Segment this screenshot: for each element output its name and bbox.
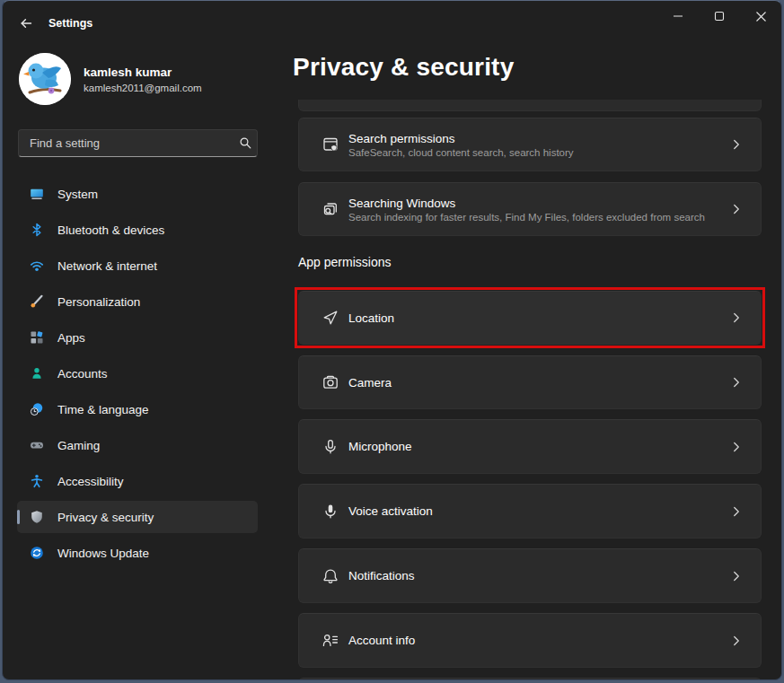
- card-title: Searching Windows: [348, 197, 728, 210]
- sidebar-item-accounts[interactable]: Accounts: [17, 357, 258, 390]
- search-permissions-icon: [322, 136, 339, 153]
- partial-card-below[interactable]: [298, 678, 762, 680]
- bluetooth-icon: [30, 223, 44, 237]
- card-microphone[interactable]: Microphone: [298, 419, 762, 474]
- close-icon: [755, 11, 767, 22]
- card-title: Notifications: [348, 569, 728, 582]
- sidebar-item-label: Bluetooth & devices: [57, 223, 164, 237]
- card-title: Account info: [348, 634, 728, 647]
- chevron-right-icon: [728, 374, 744, 390]
- person-icon: [30, 366, 44, 381]
- sidebar-item-bluetooth[interactable]: Bluetooth & devices: [17, 214, 258, 246]
- sidebar-item-label: Windows Update: [57, 547, 149, 560]
- card-title: Camera: [348, 376, 728, 390]
- chevron-right-icon: [728, 568, 744, 584]
- sidebar-item-accessibility[interactable]: Accessibility: [17, 465, 258, 497]
- card-text: Searching Windows Search indexing for fa…: [348, 197, 728, 223]
- card-text: Location: [348, 311, 728, 325]
- card-title: Microphone: [348, 440, 728, 453]
- card-account-info[interactable]: Account info: [298, 613, 762, 668]
- sidebar-item-privacy-security[interactable]: Privacy & security: [17, 501, 258, 533]
- camera-icon: [322, 373, 339, 391]
- sidebar-item-gaming[interactable]: Gaming: [17, 429, 258, 461]
- card-title: Location: [348, 311, 728, 325]
- paintbrush-icon: [30, 294, 44, 309]
- card-subtitle: SafeSearch, cloud content search, search…: [348, 147, 728, 158]
- accessibility-person-icon: [30, 474, 44, 488]
- account-info-icon: [322, 632, 339, 650]
- sidebar-item-label: Apps: [57, 331, 85, 345]
- sidebar-item-system[interactable]: System: [17, 178, 258, 210]
- close-button[interactable]: [740, 1, 781, 31]
- gamepad-icon: [30, 438, 44, 452]
- location-arrow-icon: [322, 309, 339, 327]
- sidebar-item-label: Privacy & security: [57, 511, 154, 524]
- sidebar-item-label: Accounts: [57, 367, 108, 381]
- partial-card-above[interactable]: [298, 100, 762, 111]
- settings-window: Settings: [2, 0, 782, 680]
- chevron-right-icon: [728, 633, 744, 649]
- chevron-right-icon: [728, 310, 744, 326]
- clock-globe-icon: [30, 402, 44, 416]
- sidebar-item-label: Gaming: [57, 439, 100, 452]
- microphone-icon: [322, 438, 339, 456]
- sidebar-item-apps[interactable]: Apps: [17, 321, 258, 354]
- section-label-app-permissions: App permissions: [298, 255, 392, 269]
- sidebar-item-label: Time & language: [57, 403, 149, 416]
- wifi-icon: [30, 258, 44, 273]
- card-camera[interactable]: Camera: [298, 355, 762, 409]
- sidebar-item-label: Network & internet: [57, 259, 157, 273]
- sidebar-item-windows-update[interactable]: Windows Update: [17, 537, 258, 569]
- card-text: Voice activation: [348, 504, 728, 518]
- voice-activation-icon: [322, 503, 339, 521]
- system-icon: [30, 187, 44, 201]
- maximize-button[interactable]: [699, 1, 740, 31]
- searching-windows-icon: [322, 200, 339, 218]
- card-text: Notifications: [348, 569, 728, 582]
- sidebar-item-label: Accessibility: [57, 475, 124, 488]
- selected-indicator-pill: [17, 510, 20, 524]
- card-title: Voice activation: [348, 504, 728, 518]
- minimize-icon: [673, 11, 683, 22]
- chevron-right-icon: [728, 439, 744, 455]
- apps-grid-icon: [30, 330, 44, 345]
- card-text: Search permissions SafeSearch, cloud con…: [348, 132, 728, 158]
- sidebar-nav: System Bluetooth & devices Network & int…: [3, 1, 272, 679]
- card-searching-windows[interactable]: Searching Windows Search indexing for fa…: [298, 182, 762, 236]
- sidebar-item-time-language[interactable]: Time & language: [17, 393, 258, 425]
- chevron-right-icon: [728, 136, 744, 153]
- card-search-permissions[interactable]: Search permissions SafeSearch, cloud con…: [298, 118, 762, 171]
- card-text: Microphone: [348, 440, 728, 453]
- card-location[interactable]: Location: [298, 291, 762, 345]
- card-subtitle: Search indexing for faster results, Find…: [348, 212, 728, 223]
- maximize-icon: [714, 11, 725, 22]
- chevron-right-icon: [728, 201, 744, 217]
- minimize-button[interactable]: [657, 1, 699, 31]
- sidebar-item-personalization[interactable]: Personalization: [17, 285, 258, 318]
- update-sync-icon: [30, 546, 44, 560]
- page-title: Privacy & security: [293, 53, 514, 82]
- card-text: Camera: [348, 376, 728, 390]
- sidebar-item-label: Personalization: [57, 295, 140, 309]
- card-voice-activation[interactable]: Voice activation: [298, 484, 762, 539]
- bell-icon: [322, 567, 339, 585]
- shield-icon: [30, 510, 44, 524]
- chevron-right-icon: [728, 503, 744, 520]
- card-title: Search permissions: [348, 132, 728, 145]
- card-notifications[interactable]: Notifications: [298, 548, 762, 603]
- card-text: Account info: [348, 634, 728, 647]
- sidebar-item-label: System: [57, 188, 98, 201]
- sidebar-item-network[interactable]: Network & internet: [17, 250, 258, 282]
